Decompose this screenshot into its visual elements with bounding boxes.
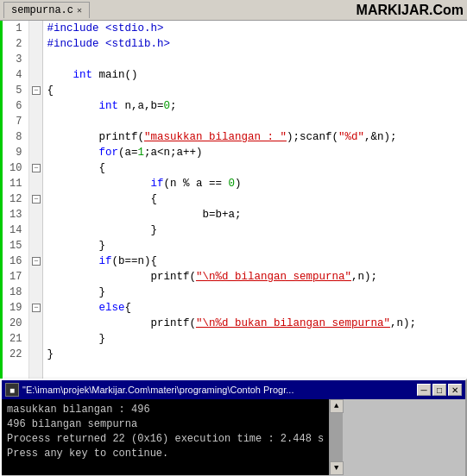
fold-icon[interactable]: − — [32, 164, 41, 172]
gutter-cell — [29, 269, 42, 285]
code-segment: "%d" — [338, 129, 364, 145]
line-number: 14 — [9, 222, 22, 238]
code-line: printf("masukkan bilangan : ");scanf("%d… — [47, 129, 464, 145]
code-segment: ,n); — [390, 316, 416, 331]
gutter-cell: − — [29, 83, 42, 98]
line-number: 5 — [9, 83, 22, 98]
line-number: 15 — [9, 238, 22, 254]
line-number: 1 — [9, 21, 22, 36]
code-segment — [47, 176, 150, 191]
line-number: 6 — [9, 98, 22, 114]
terminal-minimize-button[interactable]: ─ — [417, 384, 431, 396]
terminal-close-button[interactable]: ✕ — [448, 384, 462, 396]
code-line: #include <stdlib.h> — [47, 36, 464, 52]
line-number: 8 — [9, 129, 22, 145]
code-segment: ,&n); — [364, 129, 397, 145]
code-segment: printf( — [47, 129, 144, 145]
code-line: printf("\n%d bilangan sempurna",n); — [47, 269, 464, 285]
line-number: 9 — [9, 145, 22, 160]
code-line: b=b+a; — [47, 207, 464, 222]
line-number: 22 — [9, 347, 22, 362]
code-segment — [47, 300, 98, 316]
title-bar: sempurna.c ✕ MARKIJAR.Com — [0, 0, 467, 21]
code-area[interactable]: #include <stdio.h>#include <stdlib.h> in… — [43, 21, 467, 379]
code-segment: int — [98, 98, 118, 114]
code-segment: int — [73, 67, 92, 83]
line-number: 17 — [9, 269, 22, 285]
line-number: 13 — [9, 207, 22, 222]
code-segment: printf( — [47, 316, 196, 331]
code-segment: else — [98, 300, 124, 316]
code-line: int main() — [47, 67, 464, 83]
code-segment: 0 — [163, 98, 170, 114]
fold-icon[interactable]: − — [32, 257, 41, 266]
code-line: if(n % a == 0) — [47, 176, 464, 191]
gutter-cell — [29, 347, 42, 362]
terminal-titlebar: ■ "E:\imam\projek\Markijar.Com\materi\pr… — [2, 380, 465, 399]
terminal-restore-button[interactable]: □ — [432, 384, 446, 396]
gutter-cell: − — [29, 300, 42, 316]
code-segment: main() — [92, 67, 138, 83]
code-line: else{ — [47, 300, 464, 316]
code-segment: );scanf( — [287, 129, 338, 145]
code-segment: "masukkan bilangan : " — [144, 129, 287, 145]
code-segment: "\n%d bukan bilangan sempurna" — [196, 316, 390, 331]
gutter-cell — [29, 114, 42, 129]
code-segment: ,n); — [351, 269, 377, 285]
code-segment — [47, 254, 98, 269]
code-segment: } — [47, 331, 105, 347]
line-number: 18 — [9, 285, 22, 300]
code-line: } — [47, 331, 464, 347]
scroll-track[interactable] — [330, 413, 343, 461]
code-segment: } — [47, 347, 54, 362]
line-number: 21 — [9, 331, 22, 347]
tab-area: sempurna.c ✕ — [3, 2, 90, 18]
tab-close-icon[interactable]: ✕ — [77, 5, 82, 16]
terminal-vertical-scrollbar[interactable]: ▲ ▼ — [329, 399, 343, 475]
code-segment: #include <stdio.h> — [47, 21, 163, 36]
gutter-cell — [29, 176, 42, 191]
code-segment: } — [47, 222, 157, 238]
code-segment: n,a,b= — [118, 98, 164, 114]
terminal-scrollbar-area: masukkan bilangan : 496496 bilangan semp… — [2, 399, 465, 475]
gutter-cell — [29, 331, 42, 347]
code-line: for(a=1;a<n;a++) — [47, 145, 464, 160]
gutter-cell — [29, 67, 42, 83]
scroll-up-button[interactable]: ▲ — [330, 399, 344, 413]
code-segment: { — [47, 191, 157, 207]
terminal-app-icon: ■ — [5, 383, 19, 397]
terminal-output-line: masukkan bilangan : 496 — [7, 403, 324, 417]
code-line: } — [47, 238, 464, 254]
code-line: } — [47, 347, 464, 362]
terminal-title-text: "E:\imam\projek\Markijar.Com\materi\prog… — [22, 385, 293, 395]
code-segment: "\n%d bilangan sempurna" — [196, 269, 351, 285]
code-segment — [47, 145, 98, 160]
line-number: 19 — [9, 300, 22, 316]
terminal-output-line: Process returned 22 (0x16) execution tim… — [7, 432, 324, 447]
fold-icon[interactable]: − — [32, 304, 41, 312]
line-number: 20 — [9, 316, 22, 331]
code-segment: if — [98, 254, 111, 269]
fold-icon[interactable]: − — [32, 195, 41, 204]
code-segment — [47, 98, 98, 114]
code-line: { — [47, 160, 464, 176]
code-segment: } — [47, 238, 105, 254]
gutter-cell — [29, 52, 42, 67]
code-segment: b=b+a; — [47, 207, 241, 222]
terminal-controls: ─ □ ✕ — [417, 384, 462, 396]
code-segment: { — [47, 160, 105, 176]
code-line: printf("\n%d bukan bilangan sempurna",n)… — [47, 316, 464, 331]
code-editor: 12345678910111213141516171819202122 −−−−… — [0, 21, 467, 379]
code-line: } — [47, 285, 464, 300]
fold-icon[interactable]: − — [32, 86, 41, 95]
scroll-down-button[interactable]: ▼ — [330, 461, 344, 475]
file-tab[interactable]: sempurna.c ✕ — [3, 2, 90, 18]
line-numbers: 12345678910111213141516171819202122 — [3, 21, 29, 379]
gutter-cell — [29, 207, 42, 222]
code-segment: (n % a == — [163, 176, 228, 191]
line-number: 10 — [9, 160, 22, 176]
code-segment: ; — [170, 98, 177, 114]
code-segment: printf( — [47, 269, 196, 285]
gutter-cell: − — [29, 160, 42, 176]
line-number: 11 — [9, 176, 22, 191]
